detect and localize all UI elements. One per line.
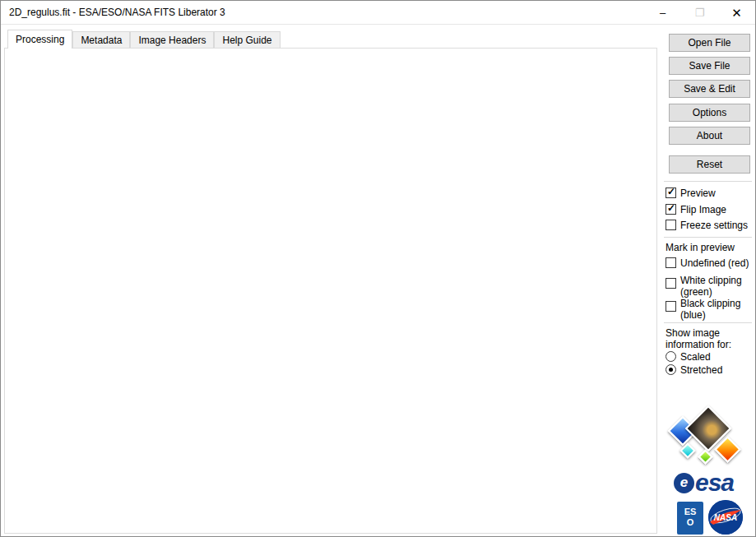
window-title: 2D_regulus.fit - ESA/ESO/NASA FITS Liber… [9,7,225,18]
checkbox-icon[interactable] [666,187,676,198]
tab-help-guide[interactable]: Help Guide [214,31,280,49]
show-info-stretched-radio[interactable]: Stretched [666,364,722,376]
divider [664,181,752,182]
tab-metadata[interactable]: Metadata [72,31,130,49]
open-file-button[interactable]: Open File [669,34,750,52]
green-diamond [698,449,712,464]
esa-circle-e: e [674,473,694,493]
checkbox-icon[interactable] [666,257,676,268]
maximize-button: ❐ [681,1,718,25]
tab-strip: Processing Metadata Image Headers Help G… [7,30,281,49]
show-info-scaled-radio[interactable]: Scaled [666,351,711,363]
reset-button[interactable]: Reset [669,155,750,174]
processing-tab-page [4,48,657,534]
app-window: 2D_regulus.fit - ESA/ESO/NASA FITS Liber… [0,0,756,537]
nasa-logo: NASA [708,500,743,535]
save-and-edit-button[interactable]: Save & Edit [669,80,750,98]
checkbox-icon[interactable] [666,204,676,215]
eso-line1: ES [684,507,697,516]
flip-image-checkbox[interactable]: Flip Image [666,204,726,215]
flip-image-label: Flip Image [680,204,726,215]
mark-black-clipping-label: Black clipping (blue) [680,298,751,321]
svg-text:NASA: NASA [714,513,737,522]
save-file-button[interactable]: Save File [669,57,750,75]
eso-logo: ES O [677,502,703,535]
mark-undefined-label: Undefined (red) [680,257,749,269]
about-button[interactable]: About [669,127,750,145]
freeze-settings-checkbox[interactable]: Freeze settings [666,220,748,231]
divider [664,237,752,238]
tab-processing[interactable]: Processing [7,30,72,49]
checkbox-icon[interactable] [666,220,676,230]
nasa-insignia: NASA [708,500,743,535]
show-info-scaled-label: Scaled [680,351,711,363]
freeze-settings-label: Freeze settings [680,220,748,231]
mark-black-clipping-checkbox[interactable]: Black clipping (blue) [666,298,751,321]
mark-in-preview-title: Mark in preview [666,242,735,253]
mark-undefined-checkbox[interactable]: Undefined (red) [666,257,749,269]
preview-label: Preview [680,187,716,199]
tab-image-headers[interactable]: Image Headers [130,31,214,49]
divider [664,322,752,323]
checkbox-icon[interactable] [666,301,676,312]
mark-white-clipping-label: White clipping (green) [680,275,751,298]
esa-logo: e esa [674,470,753,496]
radio-icon[interactable] [666,364,676,375]
fits-liberator-logo [669,409,751,468]
checkbox-icon[interactable] [666,278,676,289]
mark-white-clipping-checkbox[interactable]: White clipping (green) [666,275,751,298]
esa-wordmark: esa [695,469,734,497]
show-info-title: Show image information for: [666,327,748,350]
title-bar: 2D_regulus.fit - ESA/ESO/NASA FITS Liber… [1,1,755,25]
options-button[interactable]: Options [669,104,750,122]
eso-line2: O [687,517,694,527]
close-button[interactable]: ✕ [718,1,755,25]
show-info-stretched-label: Stretched [680,364,722,376]
radio-icon[interactable] [666,351,676,362]
preview-checkbox[interactable]: Preview [666,187,716,199]
minimize-button[interactable]: – [644,1,681,25]
